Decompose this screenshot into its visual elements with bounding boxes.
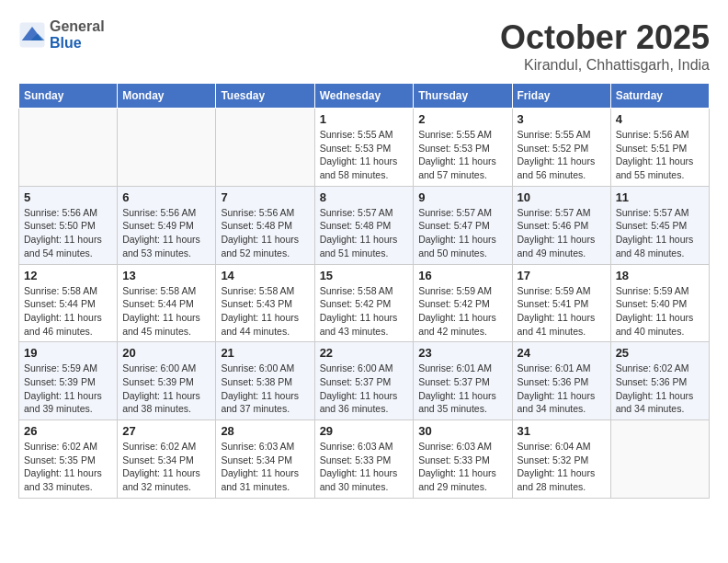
day-number: 30 bbox=[418, 424, 506, 438]
day-info: Sunrise: 6:00 AMSunset: 5:39 PMDaylight:… bbox=[122, 362, 210, 416]
day-info: Sunrise: 5:59 AMSunset: 5:39 PMDaylight:… bbox=[24, 362, 112, 416]
day-number: 13 bbox=[122, 269, 210, 282]
day-info: Sunrise: 6:00 AMSunset: 5:37 PMDaylight:… bbox=[320, 362, 409, 416]
calendar-cell: 4Sunrise: 5:56 AMSunset: 5:51 PMDaylight… bbox=[610, 109, 709, 187]
calendar-table: SundayMondayTuesdayWednesdayThursdayFrid… bbox=[18, 83, 710, 499]
day-info: Sunrise: 5:58 AMSunset: 5:43 PMDaylight:… bbox=[221, 284, 309, 339]
day-number: 2 bbox=[418, 112, 506, 126]
day-info: Sunrise: 5:56 AMSunset: 5:51 PMDaylight:… bbox=[616, 128, 704, 182]
day-number: 29 bbox=[320, 424, 409, 438]
day-info: Sunrise: 5:55 AMSunset: 5:53 PMDaylight:… bbox=[320, 128, 409, 182]
day-number: 10 bbox=[518, 190, 606, 204]
day-info: Sunrise: 5:57 AMSunset: 5:47 PMDaylight:… bbox=[418, 206, 506, 260]
weekday-header-tuesday: Tuesday bbox=[216, 84, 314, 109]
day-number: 27 bbox=[122, 424, 210, 438]
day-info: Sunrise: 5:59 AMSunset: 5:42 PMDaylight:… bbox=[418, 284, 506, 339]
day-info: Sunrise: 5:57 AMSunset: 5:48 PMDaylight:… bbox=[320, 206, 409, 260]
weekday-header-monday: Monday bbox=[118, 84, 216, 109]
day-info: Sunrise: 6:03 AMSunset: 5:34 PMDaylight:… bbox=[221, 440, 309, 494]
day-number: 16 bbox=[418, 269, 506, 282]
weekday-header-friday: Friday bbox=[512, 84, 610, 109]
weekday-header-row: SundayMondayTuesdayWednesdayThursdayFrid… bbox=[19, 84, 710, 109]
day-number: 21 bbox=[221, 346, 309, 360]
day-number: 31 bbox=[518, 424, 606, 438]
day-info: Sunrise: 5:56 AMSunset: 5:50 PMDaylight:… bbox=[24, 206, 112, 260]
calendar-cell: 23Sunrise: 6:01 AMSunset: 5:37 PMDayligh… bbox=[414, 342, 512, 420]
weekday-header-saturday: Saturday bbox=[610, 84, 709, 109]
day-info: Sunrise: 6:00 AMSunset: 5:38 PMDaylight:… bbox=[221, 362, 309, 416]
calendar-cell: 2Sunrise: 5:55 AMSunset: 5:53 PMDaylight… bbox=[414, 109, 512, 187]
calendar-cell: 17Sunrise: 5:59 AMSunset: 5:41 PMDayligh… bbox=[512, 264, 610, 342]
calendar-cell: 28Sunrise: 6:03 AMSunset: 5:34 PMDayligh… bbox=[216, 420, 314, 499]
calendar-cell: 1Sunrise: 5:55 AMSunset: 5:53 PMDaylight… bbox=[314, 109, 414, 187]
calendar-cell: 18Sunrise: 5:59 AMSunset: 5:40 PMDayligh… bbox=[610, 264, 709, 342]
calendar-week-3: 12Sunrise: 5:58 AMSunset: 5:44 PMDayligh… bbox=[19, 264, 710, 342]
calendar-cell: 26Sunrise: 6:02 AMSunset: 5:35 PMDayligh… bbox=[19, 420, 118, 499]
calendar-cell bbox=[216, 109, 314, 187]
day-number: 9 bbox=[418, 190, 506, 204]
logo: General Blue bbox=[18, 18, 105, 52]
calendar-cell: 5Sunrise: 5:56 AMSunset: 5:50 PMDaylight… bbox=[19, 186, 118, 264]
logo-general: General bbox=[50, 18, 105, 35]
calendar-cell: 25Sunrise: 6:02 AMSunset: 5:36 PMDayligh… bbox=[610, 342, 709, 420]
day-info: Sunrise: 6:03 AMSunset: 5:33 PMDaylight:… bbox=[418, 440, 506, 494]
day-info: Sunrise: 6:04 AMSunset: 5:32 PMDaylight:… bbox=[518, 440, 606, 494]
weekday-header-sunday: Sunday bbox=[19, 84, 118, 109]
day-number: 6 bbox=[122, 190, 210, 204]
calendar-cell: 9Sunrise: 5:57 AMSunset: 5:47 PMDaylight… bbox=[414, 186, 512, 264]
calendar-week-2: 5Sunrise: 5:56 AMSunset: 5:50 PMDaylight… bbox=[19, 186, 710, 264]
calendar-cell: 15Sunrise: 5:58 AMSunset: 5:42 PMDayligh… bbox=[314, 264, 414, 342]
calendar-cell: 22Sunrise: 6:00 AMSunset: 5:37 PMDayligh… bbox=[314, 342, 414, 420]
day-number: 24 bbox=[518, 346, 606, 360]
day-info: Sunrise: 5:56 AMSunset: 5:48 PMDaylight:… bbox=[221, 206, 309, 260]
calendar-cell bbox=[19, 109, 118, 187]
day-number: 3 bbox=[518, 112, 606, 126]
day-info: Sunrise: 5:59 AMSunset: 5:41 PMDaylight:… bbox=[518, 284, 606, 339]
calendar-cell: 29Sunrise: 6:03 AMSunset: 5:33 PMDayligh… bbox=[314, 420, 414, 499]
calendar-cell: 21Sunrise: 6:00 AMSunset: 5:38 PMDayligh… bbox=[216, 342, 314, 420]
calendar-cell bbox=[118, 109, 216, 187]
calendar-cell: 31Sunrise: 6:04 AMSunset: 5:32 PMDayligh… bbox=[512, 420, 610, 499]
month-title: October 2025 bbox=[500, 18, 710, 57]
day-number: 22 bbox=[320, 346, 409, 360]
day-number: 1 bbox=[320, 112, 409, 126]
day-number: 28 bbox=[221, 424, 309, 438]
day-info: Sunrise: 5:58 AMSunset: 5:44 PMDaylight:… bbox=[122, 284, 210, 339]
calendar-cell: 16Sunrise: 5:59 AMSunset: 5:42 PMDayligh… bbox=[414, 264, 512, 342]
day-number: 25 bbox=[616, 346, 704, 360]
day-info: Sunrise: 6:02 AMSunset: 5:34 PMDaylight:… bbox=[122, 440, 210, 494]
day-number: 19 bbox=[24, 346, 112, 360]
calendar-cell: 10Sunrise: 5:57 AMSunset: 5:46 PMDayligh… bbox=[512, 186, 610, 264]
calendar-cell: 8Sunrise: 5:57 AMSunset: 5:48 PMDaylight… bbox=[314, 186, 414, 264]
day-number: 4 bbox=[616, 112, 704, 126]
calendar-cell: 12Sunrise: 5:58 AMSunset: 5:44 PMDayligh… bbox=[19, 264, 118, 342]
calendar-cell: 30Sunrise: 6:03 AMSunset: 5:33 PMDayligh… bbox=[414, 420, 512, 499]
weekday-header-thursday: Thursday bbox=[414, 84, 512, 109]
day-info: Sunrise: 6:03 AMSunset: 5:33 PMDaylight:… bbox=[320, 440, 409, 494]
day-info: Sunrise: 6:01 AMSunset: 5:36 PMDaylight:… bbox=[518, 362, 606, 416]
calendar-cell: 7Sunrise: 5:56 AMSunset: 5:48 PMDaylight… bbox=[216, 186, 314, 264]
calendar-cell: 14Sunrise: 5:58 AMSunset: 5:43 PMDayligh… bbox=[216, 264, 314, 342]
page-header: General Blue October 2025 Kirandul, Chha… bbox=[18, 18, 710, 74]
day-number: 26 bbox=[24, 424, 112, 438]
calendar-cell: 13Sunrise: 5:58 AMSunset: 5:44 PMDayligh… bbox=[118, 264, 216, 342]
day-info: Sunrise: 5:56 AMSunset: 5:49 PMDaylight:… bbox=[122, 206, 210, 260]
day-info: Sunrise: 5:57 AMSunset: 5:45 PMDaylight:… bbox=[616, 206, 704, 260]
day-number: 23 bbox=[418, 346, 506, 360]
day-number: 8 bbox=[320, 190, 409, 204]
day-number: 7 bbox=[221, 190, 309, 204]
day-info: Sunrise: 6:02 AMSunset: 5:35 PMDaylight:… bbox=[24, 440, 112, 494]
calendar-cell bbox=[610, 420, 709, 499]
day-info: Sunrise: 6:02 AMSunset: 5:36 PMDaylight:… bbox=[616, 362, 704, 416]
day-number: 20 bbox=[122, 346, 210, 360]
calendar-cell: 19Sunrise: 5:59 AMSunset: 5:39 PMDayligh… bbox=[19, 342, 118, 420]
day-number: 17 bbox=[518, 269, 606, 282]
calendar-cell: 3Sunrise: 5:55 AMSunset: 5:52 PMDaylight… bbox=[512, 109, 610, 187]
day-info: Sunrise: 6:01 AMSunset: 5:37 PMDaylight:… bbox=[418, 362, 506, 416]
calendar-week-5: 26Sunrise: 6:02 AMSunset: 5:35 PMDayligh… bbox=[19, 420, 710, 499]
title-block: October 2025 Kirandul, Chhattisgarh, Ind… bbox=[500, 18, 710, 74]
day-info: Sunrise: 5:58 AMSunset: 5:42 PMDaylight:… bbox=[320, 284, 409, 339]
day-info: Sunrise: 5:58 AMSunset: 5:44 PMDaylight:… bbox=[24, 284, 112, 339]
day-info: Sunrise: 5:55 AMSunset: 5:53 PMDaylight:… bbox=[418, 128, 506, 182]
day-info: Sunrise: 5:59 AMSunset: 5:40 PMDaylight:… bbox=[616, 284, 704, 339]
